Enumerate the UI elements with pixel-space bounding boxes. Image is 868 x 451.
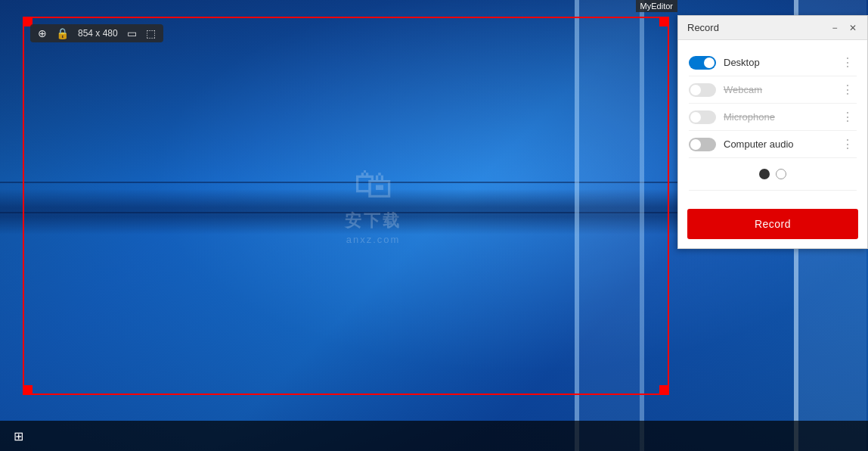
display-icon[interactable]: ⬚ xyxy=(146,27,156,39)
webcam-label: Webcam xyxy=(724,84,762,95)
microphone-options[interactable]: ⋮ xyxy=(839,108,857,126)
capture-size: 854 x 480 xyxy=(78,28,118,39)
lock-icon[interactable]: 🔒 xyxy=(56,27,69,39)
record-panel: Record − ✕ Desktop ⋮ Webcam ⋮ xyxy=(677,15,868,249)
dot-2[interactable] xyxy=(776,169,786,179)
desktop-label: Desktop xyxy=(724,57,760,68)
desktop-toggle[interactable] xyxy=(689,56,716,70)
record-button-area: Record xyxy=(678,200,867,248)
move-icon[interactable]: ⊕ xyxy=(38,27,47,39)
capture-area: ⊕ 🔒 854 x 480 ▭ ⬚ xyxy=(23,17,669,395)
record-button[interactable]: Record xyxy=(687,209,858,239)
record-titlebar: Record − ✕ xyxy=(678,16,867,40)
record-row-desktop: Desktop ⋮ xyxy=(689,49,857,76)
desktop-options[interactable]: ⋮ xyxy=(839,54,857,71)
webcam-toggle[interactable] xyxy=(689,83,716,97)
record-body: Desktop ⋮ Webcam ⋮ Microphone ⋮ Computer xyxy=(678,40,867,200)
record-row-microphone: Microphone ⋮ xyxy=(689,104,857,131)
computer-audio-options[interactable]: ⋮ xyxy=(839,135,857,153)
row-left-webcam: Webcam xyxy=(689,83,762,97)
record-row-webcam: Webcam ⋮ xyxy=(689,76,857,104)
computer-audio-toggle[interactable] xyxy=(689,138,716,151)
record-row-computer-audio: Computer audio ⋮ xyxy=(689,131,857,158)
row-left-microphone: Microphone xyxy=(689,110,775,124)
corner-handle-tr[interactable] xyxy=(659,17,668,26)
crop-icon[interactable]: ▭ xyxy=(127,27,137,39)
title-controls: − ✕ xyxy=(826,20,861,36)
microphone-toggle[interactable] xyxy=(689,110,716,124)
close-button[interactable]: ✕ xyxy=(845,20,861,36)
microphone-label: Microphone xyxy=(724,111,775,123)
dot-1[interactable] xyxy=(759,169,770,179)
record-panel-title: Record xyxy=(687,22,719,33)
webcam-options[interactable]: ⋮ xyxy=(839,81,857,98)
computer-audio-label: Computer audio xyxy=(724,138,794,150)
corner-handle-bl[interactable] xyxy=(23,385,33,394)
corner-handle-br[interactable] xyxy=(659,385,668,394)
myeditor-label: MyEditor xyxy=(636,0,677,12)
taskbar: ⊞ xyxy=(0,421,868,451)
page-dots xyxy=(689,158,857,191)
start-button[interactable]: ⊞ xyxy=(0,421,36,451)
capture-toolbar: ⊕ 🔒 854 x 480 ▭ ⬚ xyxy=(30,24,163,42)
row-left-computer-audio: Computer audio xyxy=(689,138,794,151)
row-left-desktop: Desktop xyxy=(689,56,760,70)
minimize-button[interactable]: − xyxy=(826,20,843,36)
